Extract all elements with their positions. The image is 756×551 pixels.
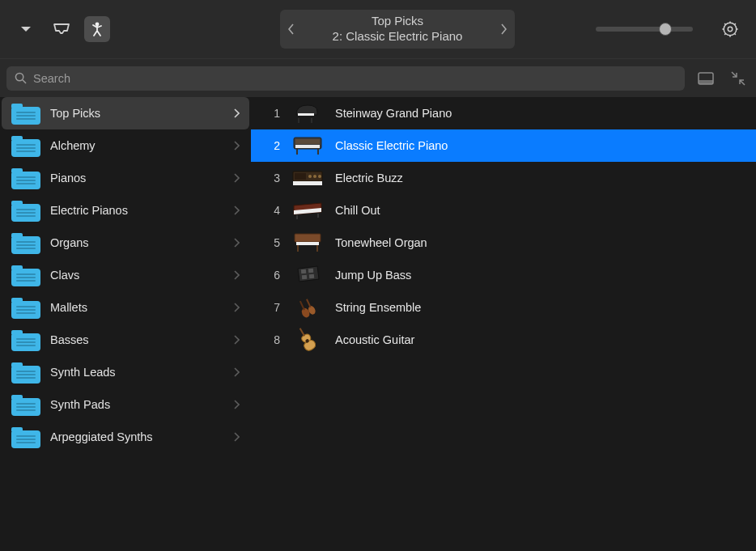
folder-icon	[11, 328, 40, 351]
svg-line-7	[724, 23, 725, 24]
view-mode-button[interactable]	[694, 67, 717, 90]
lcd-preset: 2: Classic Electric Piano	[303, 29, 492, 45]
sidebar-item-label: Alchemy	[50, 139, 224, 152]
chevron-right-icon	[234, 335, 240, 345]
sidebar-item[interactable]: Basses	[2, 324, 249, 356]
preset-row[interactable]: 3Electric Buzz	[251, 162, 756, 194]
svg-point-25	[308, 175, 312, 178]
sidebar-item[interactable]: Synth Pads	[2, 388, 249, 421]
search-icon	[15, 72, 27, 84]
svg-line-8	[735, 34, 736, 35]
search-field-wrapper[interactable]	[6, 66, 685, 91]
sidebar-item[interactable]: Alchemy	[2, 129, 249, 162]
preset-row[interactable]: 5Tonewheel Organ	[251, 227, 756, 259]
chevron-right-icon	[500, 23, 507, 35]
lcd-next-button[interactable]	[492, 10, 515, 49]
svg-rect-30	[317, 214, 319, 218]
drum-pad-icon	[291, 262, 324, 288]
sidebar-item-label: Synth Pads	[50, 398, 224, 411]
svg-rect-28	[293, 181, 322, 185]
sidebar-item[interactable]: Synth Leads	[2, 356, 249, 388]
category-sidebar: Top PicksAlchemyPianosElectric PianosOrg…	[0, 97, 251, 551]
folder-icon	[11, 134, 40, 157]
synth-keys-icon	[291, 197, 324, 223]
preset-index: 3	[261, 172, 280, 184]
slider-thumb[interactable]	[659, 23, 672, 36]
organ-icon	[291, 230, 324, 256]
preset-row[interactable]: 7String Ensemble	[251, 291, 756, 324]
panel-icon	[698, 72, 714, 85]
sidebar-item[interactable]: Electric Pianos	[2, 194, 249, 227]
folder-icon	[11, 426, 40, 448]
svg-rect-36	[308, 269, 313, 273]
svg-rect-42	[306, 299, 311, 307]
chevron-right-icon	[234, 206, 240, 215]
svg-rect-21	[296, 149, 298, 155]
chevron-right-icon	[234, 303, 240, 312]
chevron-right-icon	[234, 270, 240, 280]
svg-line-12	[23, 80, 26, 83]
chevron-down-icon	[20, 25, 32, 33]
svg-rect-22	[317, 149, 319, 155]
folder-icon	[11, 167, 40, 189]
sidebar-item[interactable]: Mallets	[2, 291, 249, 324]
svg-rect-38	[309, 274, 314, 279]
preset-row[interactable]: 6Jump Up Bass	[251, 259, 756, 291]
sidebar-item-label: Top Picks	[50, 107, 224, 120]
volume-slider[interactable]	[596, 27, 693, 32]
svg-rect-19	[295, 139, 320, 144]
chevron-right-icon	[234, 108, 240, 118]
sidebar-item[interactable]: Clavs	[2, 259, 249, 291]
preset-name: Steinway Grand Piano	[335, 107, 452, 120]
svg-point-26	[313, 175, 316, 178]
svg-point-11	[15, 73, 23, 80]
chevron-right-icon	[234, 238, 240, 248]
electric-piano-icon	[291, 133, 324, 159]
lcd-text: Top Picks 2: Classic Electric Piano	[303, 14, 492, 45]
settings-button[interactable]	[717, 16, 743, 42]
lcd-prev-button[interactable]	[280, 10, 303, 49]
chevron-right-icon	[234, 432, 240, 442]
folder-icon	[11, 199, 40, 222]
disclosure-menu-button[interactable]	[13, 16, 39, 42]
inbox-button[interactable]	[49, 16, 74, 42]
sidebar-item[interactable]: Organs	[2, 227, 249, 259]
svg-rect-29	[296, 215, 298, 219]
collapse-icon	[731, 71, 745, 86]
folder-icon	[11, 264, 40, 286]
chevron-right-icon	[234, 367, 240, 377]
svg-rect-33	[297, 245, 299, 252]
sidebar-item-label: Basses	[50, 333, 224, 346]
svg-rect-35	[301, 269, 306, 274]
svg-line-10	[724, 34, 725, 35]
lcd-category: Top Picks	[303, 14, 492, 29]
sidebar-item[interactable]: Top Picks	[2, 97, 249, 129]
collapse-button[interactable]	[727, 67, 750, 90]
chevron-right-icon	[234, 173, 240, 183]
preset-name: Acoustic Guitar	[335, 333, 414, 346]
preset-name: Jump Up Bass	[335, 269, 411, 282]
svg-point-27	[318, 175, 321, 178]
folder-icon	[11, 231, 40, 254]
svg-point-2	[728, 27, 733, 32]
svg-rect-17	[311, 118, 312, 123]
svg-rect-16	[298, 118, 299, 123]
performer-button[interactable]	[84, 16, 110, 42]
svg-rect-32	[296, 242, 319, 245]
preset-row[interactable]: 8Acoustic Guitar	[251, 324, 756, 356]
main-area: Top PicksAlchemyPianosElectric PianosOrg…	[0, 97, 756, 551]
preset-index: 7	[261, 301, 280, 314]
search-input[interactable]	[33, 72, 677, 85]
sidebar-item[interactable]: Arpeggiated Synths	[2, 421, 249, 453]
svg-line-9	[735, 23, 736, 24]
synth-module-icon	[291, 165, 324, 191]
preset-row[interactable]: 4Chill Out	[251, 194, 756, 227]
svg-rect-40	[299, 301, 305, 311]
folder-icon	[11, 361, 40, 384]
sidebar-item[interactable]: Pianos	[2, 162, 249, 194]
preset-list: 1Steinway Grand Piano2Classic Electric P…	[251, 97, 756, 551]
preset-row[interactable]: 1Steinway Grand Piano	[251, 97, 756, 129]
preset-row[interactable]: 2Classic Electric Piano	[251, 129, 756, 162]
top-toolbar: Top Picks 2: Classic Electric Piano	[0, 0, 756, 58]
sidebar-item-label: Arpeggiated Synths	[50, 430, 224, 443]
